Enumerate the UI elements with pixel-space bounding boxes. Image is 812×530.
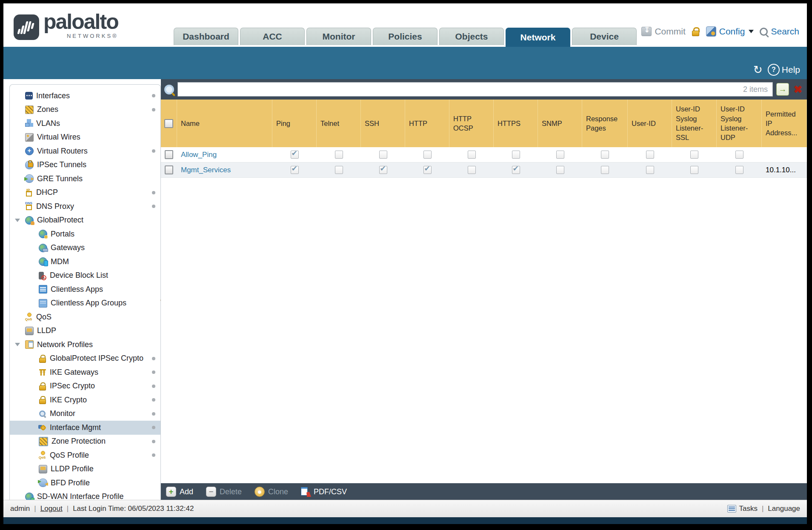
sidebar-item-clientless-apps[interactable]: Clientless Apps [10,282,160,296]
service-checkbox-ping[interactable] [291,151,299,159]
network-profiles-icon [25,340,34,349]
sidebar-item-network-profiles[interactable]: Network Profiles [10,338,160,352]
sidebar-item-gre-tunnels[interactable]: GRE Tunnels [10,172,160,186]
column-header-user-id[interactable]: User-ID [628,100,672,147]
sidebar-item-lldp[interactable]: LLDP [10,324,160,338]
item-dot-indicator [152,385,155,388]
sidebar-item-sd-wan-interface-profile[interactable]: SD-WAN Interface Profile [10,490,160,501]
sidebar-item-vlans[interactable]: VLANs [10,117,160,131]
tasks-icon [727,505,736,513]
tab-network[interactable]: Network [506,28,570,47]
sidebar-item-ike-gateways[interactable]: IKE Gateways [10,365,160,379]
column-header-telnet[interactable]: Telnet [317,100,361,147]
service-checkbox-telnet[interactable] [335,166,343,174]
sidebar-item-interface-mgmt[interactable]: Interface Mgmt [10,421,160,435]
tab-objects[interactable]: Objects [439,28,504,45]
service-checkbox-ping[interactable] [291,166,299,174]
tab-policies[interactable]: Policies [373,28,437,45]
service-checkbox-user-id[interactable] [646,151,654,159]
service-checkbox-user-id[interactable] [646,166,654,174]
tab-device[interactable]: Device [572,28,637,45]
profile-name-link[interactable]: Mgmt_Services [181,166,231,174]
sidebar-item-virtual-routers[interactable]: Virtual Routers [10,144,160,158]
sidebar-item-qos-profile[interactable]: QoS Profile [10,448,160,462]
service-checkbox-response-pages[interactable] [601,166,609,174]
service-checkbox-user-id-syslog-listener-udp[interactable] [735,166,743,174]
column-header-name[interactable]: Name [177,100,272,147]
column-header-response-pages[interactable]: Response Pages [582,100,628,147]
sidebar-item-clientless-app-groups[interactable]: Clientless App Groups [10,296,160,311]
service-checkbox-snmp[interactable] [556,166,564,174]
service-checkbox-ssh[interactable] [379,151,387,159]
row-select-checkbox[interactable] [165,150,173,159]
sidebar-item-dns-proxy[interactable]: DNS Proxy [10,199,160,214]
sidebar-item-qos[interactable]: QoS [10,310,160,324]
sidebar-item-zones[interactable]: Zones [10,103,160,117]
clone-button[interactable]: ● Clone [254,487,288,497]
profile-name-link[interactable]: Allow_Ping [181,151,217,159]
sidebar-item-lldp-profile[interactable]: LLDP Profile [10,462,160,476]
sidebar-item-globalprotect[interactable]: GlobalProtect [10,214,160,228]
tab-acc[interactable]: ACC [240,28,305,45]
sidebar-item-virtual-wires[interactable]: Virtual Wires [10,131,160,145]
sidebar-item-zone-protection[interactable]: Zone Protection [10,435,160,449]
logout-link[interactable]: Logout [40,504,63,513]
global-search-button[interactable]: Search [760,26,799,37]
service-checkbox-snmp[interactable] [556,151,564,159]
column-header-ping[interactable]: Ping [272,100,317,147]
clear-filter-button[interactable]: ✖ [792,84,803,95]
column-header-user-id-syslog-listener-udp[interactable]: User-ID Syslog Listener-UDP [717,100,762,147]
sidebar-item-interfaces[interactable]: Interfaces [10,89,160,103]
service-checkbox-http[interactable] [423,166,432,174]
search-icon[interactable] [164,85,174,94]
column-header-permitted-ip-address[interactable]: Permitted IP Address... [762,100,807,147]
service-checkbox-telnet[interactable] [335,151,343,159]
help-button[interactable]: ? Help [768,64,800,76]
tasks-link[interactable]: Tasks [739,504,757,513]
sidebar-item-bfd-profile[interactable]: BFD Profile [10,476,160,490]
language-link[interactable]: Language [768,504,800,513]
sidebar-item-dhcp[interactable]: DHCP [10,186,160,200]
refresh-icon[interactable]: ↻ [753,64,763,75]
service-checkbox-user-id-syslog-listener-ssl[interactable] [690,166,698,174]
column-header-https[interactable]: HTTPS [494,100,538,147]
sidebar-item-globalprotect-ipsec-crypto[interactable]: GlobalProtect IPSec Crypto [10,352,160,366]
expand-caret-icon[interactable] [15,343,20,346]
service-checkbox-http-ocsp[interactable] [468,166,476,174]
pdf-csv-button[interactable]: PDF/CSV [301,487,347,496]
column-header-http-ocsp[interactable]: HTTP OCSP [449,100,494,147]
service-checkbox-user-id-syslog-listener-ssl[interactable] [690,151,698,159]
expand-caret-icon[interactable] [15,219,20,222]
sidebar-item-ipsec-crypto[interactable]: IPSec Crypto [10,379,160,393]
column-header-http[interactable]: HTTP [405,100,449,147]
delete-button[interactable]: − Delete [206,487,242,497]
add-button[interactable]: + Add [166,487,193,497]
row-select-checkbox[interactable] [165,165,173,174]
tab-monitor[interactable]: Monitor [306,28,371,45]
tab-dashboard[interactable]: Dashboard [174,28,238,45]
config-menu-button[interactable]: Config [706,26,754,37]
service-checkbox-ssh[interactable] [379,166,387,174]
sidebar-item-ike-crypto[interactable]: IKE Crypto [10,393,160,407]
sidebar-item-monitor[interactable]: Monitor [10,407,160,421]
service-checkbox-response-pages[interactable] [601,151,609,159]
sidebar-item-ipsec-tunnels[interactable]: IPSec Tunnels [10,158,160,172]
column-header-user-id-syslog-listener-ssl[interactable]: User-ID Syslog Listener-SSL [672,100,717,147]
ike-gateways-icon [39,368,46,376]
column-header-ssh[interactable]: SSH [361,100,405,147]
apply-filter-button[interactable]: → [776,83,789,96]
filter-input[interactable] [177,82,773,97]
select-all-checkbox[interactable] [164,119,173,128]
service-checkbox-user-id-syslog-listener-udp[interactable] [735,151,743,159]
service-checkbox-https[interactable] [512,166,520,174]
sidebar-item-device-block-list[interactable]: Device Block List [10,269,160,283]
service-checkbox-http-ocsp[interactable] [468,151,476,159]
lock-icon[interactable] [692,27,700,36]
commit-button[interactable]: Commit [641,26,685,37]
service-checkbox-http[interactable] [423,151,432,159]
service-checkbox-https[interactable] [512,151,520,159]
sidebar-item-gateways[interactable]: Gateways [10,241,160,255]
sidebar-item-mdm[interactable]: MDM [10,255,160,269]
column-header-snmp[interactable]: SNMP [538,100,582,147]
sidebar-item-portals[interactable]: Portals [10,227,160,241]
